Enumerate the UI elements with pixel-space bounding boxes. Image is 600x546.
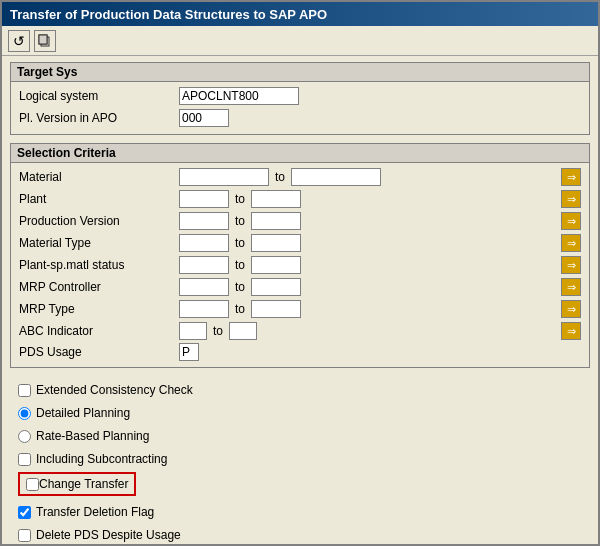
plant-matl-status-label: Plant-sp.matl status	[19, 258, 179, 272]
abc-indicator-label: ABC Indicator	[19, 324, 179, 338]
production-version-label: Production Version	[19, 214, 179, 228]
plant-label: Plant	[19, 192, 179, 206]
detailed-planning-label: Detailed Planning	[36, 406, 130, 420]
logical-system-row: Logical system	[19, 86, 581, 106]
refresh-button[interactable]: ↺	[8, 30, 30, 52]
material-arrow-btn[interactable]: ⇒	[561, 168, 581, 186]
change-transfer-label: Change Transfer	[39, 477, 128, 491]
plant-row: Plant to ⇒	[19, 189, 581, 209]
target-sys-content: Logical system Pl. Version in APO	[11, 82, 589, 134]
selection-criteria-content: Material to ⇒ Plant to ⇒	[11, 163, 589, 367]
including-subcontracting-label: Including Subcontracting	[36, 452, 167, 466]
mrp-type-to-input[interactable]	[251, 300, 301, 318]
copy-icon	[38, 34, 52, 48]
mrp-controller-to-input[interactable]	[251, 278, 301, 296]
target-sys-section: Target Sys Logical system Pl. Version in…	[10, 62, 590, 135]
toolbar: ↺	[2, 26, 598, 56]
pds-usage-input[interactable]	[179, 343, 199, 361]
svg-rect-2	[39, 35, 47, 44]
material-type-from-input[interactable]	[179, 234, 229, 252]
delete-pds-checkbox[interactable]	[18, 529, 31, 542]
change-transfer-box: Change Transfer	[18, 472, 136, 496]
change-transfer-container: Change Transfer	[18, 472, 582, 499]
window-title: Transfer of Production Data Structures t…	[10, 7, 327, 22]
material-type-to-input[interactable]	[251, 234, 301, 252]
mrp-type-arrow-btn[interactable]: ⇒	[561, 300, 581, 318]
plant-from-input[interactable]	[179, 190, 229, 208]
rate-based-planning-radio[interactable]	[18, 430, 31, 443]
material-type-arrow-btn[interactable]: ⇒	[561, 234, 581, 252]
plant-arrow-btn[interactable]: ⇒	[561, 190, 581, 208]
plant-matl-status-from-input[interactable]	[179, 256, 229, 274]
mrp-controller-arrow-btn[interactable]: ⇒	[561, 278, 581, 296]
extended-consistency-check-label: Extended Consistency Check	[36, 383, 193, 397]
logical-system-label: Logical system	[19, 89, 179, 103]
material-from-input[interactable]	[179, 168, 269, 186]
abc-indicator-from-input[interactable]	[179, 322, 207, 340]
mrp-type-row: MRP Type to ⇒	[19, 299, 581, 319]
mrp-controller-label: MRP Controller	[19, 280, 179, 294]
detailed-planning-row: Detailed Planning	[18, 403, 582, 423]
production-version-to-label: to	[235, 214, 245, 228]
rate-based-planning-label: Rate-Based Planning	[36, 429, 149, 443]
plant-matl-status-row: Plant-sp.matl status to ⇒	[19, 255, 581, 275]
plant-to-label: to	[235, 192, 245, 206]
production-version-to-input[interactable]	[251, 212, 301, 230]
pds-usage-row: PDS Usage	[19, 343, 581, 361]
pds-usage-label: PDS Usage	[19, 345, 179, 359]
material-type-label: Material Type	[19, 236, 179, 250]
options-section: Extended Consistency Check Detailed Plan…	[10, 376, 590, 544]
plant-matl-status-arrow-btn[interactable]: ⇒	[561, 256, 581, 274]
material-label: Material	[19, 170, 179, 184]
abc-indicator-to-input[interactable]	[229, 322, 257, 340]
selection-criteria-title: Selection Criteria	[11, 144, 589, 163]
transfer-deletion-flag-label: Transfer Deletion Flag	[36, 505, 154, 519]
abc-indicator-row: ABC Indicator to ⇒	[19, 321, 581, 341]
extended-consistency-check-checkbox[interactable]	[18, 384, 31, 397]
material-to-input[interactable]	[291, 168, 381, 186]
material-row: Material to ⇒	[19, 167, 581, 187]
abc-indicator-to-label: to	[213, 324, 223, 338]
extended-consistency-check-row: Extended Consistency Check	[18, 380, 582, 400]
production-version-row: Production Version to ⇒	[19, 211, 581, 231]
pl-version-label: Pl. Version in APO	[19, 111, 179, 125]
target-sys-title: Target Sys	[11, 63, 589, 82]
selection-criteria-section: Selection Criteria Material to ⇒ Plant t…	[10, 143, 590, 368]
mrp-type-from-input[interactable]	[179, 300, 229, 318]
including-subcontracting-row: Including Subcontracting	[18, 449, 582, 469]
production-version-from-input[interactable]	[179, 212, 229, 230]
plant-matl-status-to-input[interactable]	[251, 256, 301, 274]
mrp-type-label: MRP Type	[19, 302, 179, 316]
delete-pds-label: Delete PDS Despite Usage	[36, 528, 181, 542]
production-version-arrow-btn[interactable]: ⇒	[561, 212, 581, 230]
mrp-controller-from-input[interactable]	[179, 278, 229, 296]
transfer-deletion-flag-row: Transfer Deletion Flag	[18, 502, 582, 522]
mrp-controller-to-label: to	[235, 280, 245, 294]
mrp-controller-row: MRP Controller to ⇒	[19, 277, 581, 297]
mrp-type-to-label: to	[235, 302, 245, 316]
copy-button[interactable]	[34, 30, 56, 52]
material-type-row: Material Type to ⇒	[19, 233, 581, 253]
title-bar: Transfer of Production Data Structures t…	[2, 2, 598, 26]
content-area: Target Sys Logical system Pl. Version in…	[2, 56, 598, 544]
including-subcontracting-checkbox[interactable]	[18, 453, 31, 466]
transfer-deletion-flag-checkbox[interactable]	[18, 506, 31, 519]
material-to-label: to	[275, 170, 285, 184]
main-window: Transfer of Production Data Structures t…	[0, 0, 600, 546]
plant-matl-status-to-label: to	[235, 258, 245, 272]
pl-version-input[interactable]	[179, 109, 229, 127]
pl-version-row: Pl. Version in APO	[19, 108, 581, 128]
abc-indicator-arrow-btn[interactable]: ⇒	[561, 322, 581, 340]
logical-system-input[interactable]	[179, 87, 299, 105]
plant-to-input[interactable]	[251, 190, 301, 208]
detailed-planning-radio[interactable]	[18, 407, 31, 420]
change-transfer-checkbox[interactable]	[26, 478, 39, 491]
rate-based-planning-row: Rate-Based Planning	[18, 426, 582, 446]
delete-pds-row: Delete PDS Despite Usage	[18, 525, 582, 544]
material-type-to-label: to	[235, 236, 245, 250]
